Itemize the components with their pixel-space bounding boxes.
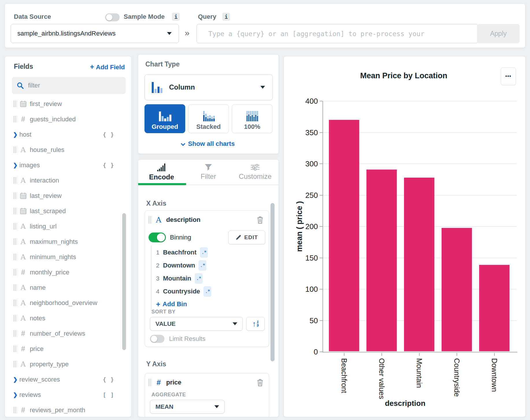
aggregate-select[interactable]: MEAN [150, 400, 225, 414]
drag-handle-icon[interactable] [14, 315, 17, 321]
tab-customize[interactable]: Customize [232, 160, 279, 185]
chart-type-select[interactable]: Column [144, 74, 273, 100]
field-item-notes[interactable]: Anotes [5, 311, 131, 326]
delete-field-button[interactable] [257, 379, 265, 386]
drag-handle-icon[interactable] [14, 407, 17, 413]
variant-label: Stacked [196, 123, 220, 131]
field-item-name[interactable]: Aname [5, 280, 131, 295]
add-field-button[interactable]: +Add Field [90, 63, 125, 71]
expand-chevron-icon[interactable]: ❯ [13, 162, 19, 168]
field-name: host [19, 131, 31, 138]
field-name: first_review [30, 100, 62, 108]
expand-chevron-icon[interactable]: ❯ [13, 376, 19, 383]
field-filter-box[interactable] [12, 77, 126, 94]
field-item-first_review[interactable]: first_review [5, 96, 131, 111]
field-item-interaction[interactable]: Ainteraction [5, 173, 131, 188]
bar-countryside[interactable] [442, 228, 472, 351]
field-item-property_type[interactable]: Aproperty_type [5, 356, 131, 372]
regex-badge: .* [203, 286, 211, 297]
drag-handle-icon[interactable] [14, 208, 17, 214]
chart-panel: Mean Price by Location ••• mean ( price … [283, 56, 526, 417]
limit-results-toggle[interactable] [150, 335, 164, 343]
drag-handle-icon[interactable] [14, 192, 17, 199]
query-info-icon[interactable]: i [222, 13, 230, 21]
drag-handle-icon[interactable] [14, 223, 17, 230]
sort-by-select[interactable]: VALUE [150, 317, 243, 331]
sample-mode-info-icon[interactable]: i [172, 13, 180, 21]
drag-handle-icon[interactable] [149, 216, 152, 224]
x-tick-mark [494, 353, 495, 356]
field-item-number_of_reviews[interactable]: #number_of_reviews [5, 326, 131, 341]
query-input[interactable] [197, 24, 478, 43]
y-tick-label: 350 [293, 128, 318, 137]
sort-direction-button[interactable]: ↑ 19 [246, 317, 265, 331]
field-item-monthly_price[interactable]: #monthly_price [5, 265, 131, 280]
apply-button[interactable]: Apply [477, 24, 520, 43]
field-item-price[interactable]: #price [5, 341, 131, 356]
field-item-host[interactable]: ❯host{ } [5, 127, 131, 142]
drag-handle-icon[interactable] [14, 284, 17, 291]
field-name: price [30, 345, 44, 353]
binning-toggle[interactable] [149, 233, 166, 242]
variant-100-button[interactable]: 100% [232, 104, 273, 133]
data-source-select[interactable]: sample_airbnb.listingsAndReviews [11, 24, 179, 43]
field-item-listing_url[interactable]: Alisting_url [5, 219, 131, 234]
drag-handle-icon[interactable] [14, 300, 17, 306]
field-item-guests_included[interactable]: #guests_included [5, 111, 131, 127]
field-item-house_rules[interactable]: Ahouse_rules [5, 142, 131, 157]
field-item-reviews[interactable]: ❯reviews[ ] [5, 387, 131, 402]
chart-menu-button[interactable]: ••• [501, 67, 516, 85]
drag-handle-icon[interactable] [14, 177, 17, 184]
drag-handle-icon[interactable] [149, 379, 152, 386]
bar-beachfront[interactable] [329, 120, 359, 351]
tab-encode[interactable]: Encode [138, 160, 185, 185]
query-bar: Data Source Sample Mode i Query i sample… [5, 3, 525, 48]
drag-handle-icon[interactable] [14, 345, 17, 352]
x-axis-field-row[interactable]: A description [149, 214, 265, 226]
field-item-reviews_per_month[interactable]: #reviews_per_month [5, 402, 131, 417]
sample-mode-toggle[interactable] [105, 13, 120, 21]
tab-label: Customize [239, 172, 271, 181]
bin-row-beachfront[interactable]: 1Beachfront.* [156, 246, 211, 259]
field-item-last_scraped[interactable]: last_scraped [5, 203, 131, 219]
drag-handle-icon[interactable] [14, 101, 17, 107]
field-item-minimum_nights[interactable]: Aminimum_nights [5, 249, 131, 265]
drag-handle-icon[interactable] [14, 254, 17, 260]
field-item-maximum_nights[interactable]: Amaximum_nights [5, 234, 131, 249]
field-filter-input[interactable] [28, 82, 115, 89]
bin-row-downtown[interactable]: 2Downtown.* [156, 259, 211, 272]
y-axis-field-row[interactable]: # price [149, 377, 265, 388]
drag-handle-icon[interactable] [14, 116, 17, 122]
number-type-icon: # [19, 407, 27, 413]
sliders-icon [251, 164, 260, 171]
expand-chevron-icon[interactable]: ❯ [13, 131, 19, 138]
delete-field-button[interactable] [257, 216, 265, 224]
drag-handle-icon[interactable] [14, 361, 17, 367]
bin-row-mountain[interactable]: 3Mountain.* [156, 272, 211, 285]
bar-other-values[interactable] [366, 170, 397, 351]
x-tick-label: Countryside [453, 358, 461, 397]
drag-handle-icon[interactable] [14, 269, 17, 276]
field-item-neighborhood_overview[interactable]: Aneighborhood_overview [5, 295, 131, 311]
variant-stacked-button[interactable]: Stacked [188, 104, 229, 133]
edit-bins-button[interactable]: EDIT [228, 231, 265, 244]
encode-scrollbar[interactable] [270, 203, 275, 361]
number-type-icon: # [154, 378, 163, 387]
string-type-icon: A [19, 300, 27, 306]
bin-row-countryside[interactable]: 4Countryside.* [156, 285, 211, 298]
field-item-review_scores[interactable]: ❯review_scores{ } [5, 372, 131, 387]
fields-scrollbar[interactable] [122, 213, 126, 350]
bar-mountain[interactable] [404, 178, 434, 351]
drag-handle-icon[interactable] [14, 330, 17, 337]
drag-handle-icon[interactable] [14, 238, 17, 245]
field-item-images[interactable]: ❯images{ } [5, 157, 131, 173]
field-name: last_review [30, 192, 62, 200]
field-item-last_review[interactable]: last_review [5, 188, 131, 203]
expand-chevron-icon[interactable]: ❯ [13, 391, 19, 398]
y-axis-card: # price AGGREGATE MEAN [145, 373, 269, 417]
drag-handle-icon[interactable] [14, 146, 17, 153]
bar-downtown[interactable] [479, 265, 509, 351]
tab-filter[interactable]: Filter [185, 160, 232, 185]
variant-grouped-button[interactable]: Grouped [144, 104, 185, 133]
show-all-charts-link[interactable]: Show all charts [138, 140, 279, 148]
